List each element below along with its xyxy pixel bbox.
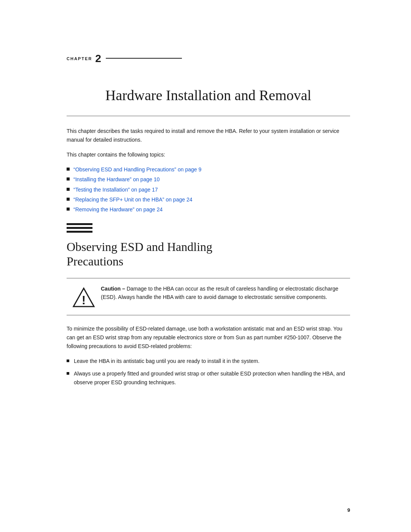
accent-line-1 — [67, 223, 92, 225]
toc-link-3[interactable]: “Testing the Installation” on page 17 — [73, 185, 158, 194]
caution-text-area: Caution – Damage to the HBA can occur as… — [101, 284, 350, 302]
section-title: Observing ESD and HandlingPrecautions — [67, 240, 350, 269]
chapter-title: Hardware Installation and Removal — [67, 87, 350, 104]
toc-bullet-3 — [67, 188, 70, 191]
page: CHAPTER 2 Hardware Installation and Remo… — [0, 0, 411, 532]
toc-bullet-2 — [67, 177, 70, 181]
section-body-text: To minimize the possibility of ESD-relat… — [67, 324, 350, 351]
svg-text:!: ! — [82, 294, 86, 307]
chapter-label-line — [106, 58, 182, 59]
toc-link-4[interactable]: “Replacing the SFP+ Unit on the HBA” on … — [73, 195, 192, 204]
toc-bullet-5 — [67, 208, 70, 211]
caution-text: Caution – Damage to the HBA can occur as… — [101, 284, 350, 302]
list-item: “Removing the Hardware” on page 24 — [67, 205, 350, 214]
list-item: “Testing the Installation” on page 17 — [67, 185, 350, 194]
list-item: “Replacing the SFP+ Unit on the HBA” on … — [67, 195, 350, 204]
intro-paragraph-2: This chapter contains the following topi… — [67, 150, 350, 159]
toc-link-2[interactable]: “Installing the Hardware” on page 10 — [73, 175, 159, 184]
list-item: Leave the HBA in its antistatic bag unti… — [67, 357, 350, 366]
bullet-text-2: Always use a properly fitted and grounde… — [74, 369, 350, 387]
bullet-text-1: Leave the HBA in its antistatic bag unti… — [74, 357, 260, 366]
caution-body: Damage to the HBA can occur as the resul… — [101, 286, 338, 300]
list-item: “Installing the Hardware” on page 10 — [67, 175, 350, 184]
toc-bullet-4 — [67, 198, 70, 201]
caution-bold-label: Caution – — [101, 286, 125, 292]
bullet-square-1 — [67, 359, 69, 362]
section-bullet-list: Leave the HBA in its antistatic bag unti… — [67, 357, 350, 387]
chapter-number: 2 — [95, 53, 101, 64]
bullet-square-2 — [67, 372, 69, 375]
caution-box: ! Caution – Damage to the HBA can occur … — [67, 278, 350, 315]
accent-line-3 — [67, 231, 92, 233]
toc-list: “Observing ESD and Handling Precautions”… — [67, 165, 350, 214]
list-item: “Observing ESD and Handling Precautions”… — [67, 165, 350, 174]
section-accent-lines — [67, 223, 350, 233]
list-item: Always use a properly fitted and grounde… — [67, 369, 350, 387]
toc-bullet-1 — [67, 168, 70, 171]
caution-icon-area: ! — [67, 284, 101, 309]
page-number: 9 — [347, 507, 350, 513]
chapter-label: CHAPTER 2 — [67, 53, 350, 64]
chapter-title-divider — [67, 116, 350, 116]
accent-line-2 — [67, 227, 92, 229]
toc-link-1[interactable]: “Observing ESD and Handling Precautions”… — [73, 165, 201, 174]
caution-icon: ! — [72, 286, 95, 309]
toc-link-5[interactable]: “Removing the Hardware” on page 24 — [73, 205, 162, 214]
chapter-word: CHAPTER — [67, 56, 92, 61]
intro-paragraph-1: This chapter describes the tasks require… — [67, 127, 350, 144]
